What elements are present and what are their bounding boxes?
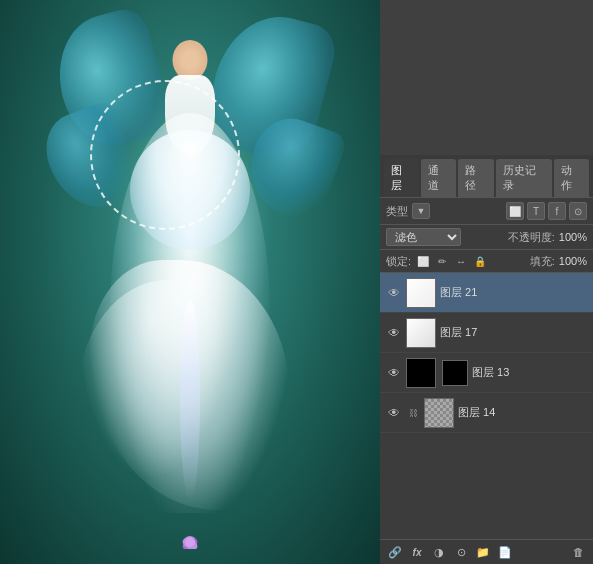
flower: [170, 514, 210, 549]
filter-icons: ⬜ T f ⊙: [506, 202, 587, 220]
light-beam: [180, 300, 200, 500]
layer-thumb-17: [406, 318, 436, 348]
blend-mode-row: 滤色 不透明度: 100%: [380, 225, 593, 250]
dropdown-arrow: ▼: [417, 206, 426, 216]
lock-icon-paint[interactable]: ✏: [434, 253, 450, 269]
canvas-content: [0, 0, 380, 564]
opacity-value: 100%: [559, 231, 587, 243]
delete-icon[interactable]: 🗑: [569, 543, 587, 561]
filter-icon-text[interactable]: T: [527, 202, 545, 220]
layer-thumb-13: [406, 358, 436, 388]
svg-point-5: [185, 537, 195, 547]
layer-thumb-21: [406, 278, 436, 308]
eye-icon-13[interactable]: 👁: [386, 365, 402, 381]
layer-row-13[interactable]: 👁 图层 13: [380, 353, 593, 393]
selection-circle: [90, 80, 240, 230]
filter-icon-smart[interactable]: ⊙: [569, 202, 587, 220]
eye-icon-14[interactable]: 👁: [386, 405, 402, 421]
chain-icon-14[interactable]: ⛓: [406, 406, 420, 420]
eye-icon-21[interactable]: 👁: [386, 285, 402, 301]
tab-paths[interactable]: 路径: [458, 159, 493, 197]
lock-icon-pixels[interactable]: ⬜: [415, 253, 431, 269]
group-icon[interactable]: 📁: [474, 543, 492, 561]
canvas-area[interactable]: [0, 0, 380, 564]
layers-list: 👁 图层 21 👁 图层 17 👁: [380, 273, 593, 539]
fill-label: 填充:: [530, 254, 555, 269]
layer-mask-thumb-13: [442, 360, 468, 386]
layer-name-17: 图层 17: [440, 325, 587, 340]
layer-row-21[interactable]: 👁 图层 21: [380, 273, 593, 313]
layer-name-14: 图层 14: [458, 405, 587, 420]
fill-value: 100%: [559, 255, 587, 267]
link-icon[interactable]: 🔗: [386, 543, 404, 561]
tab-layers[interactable]: 图层: [384, 159, 419, 197]
tab-history[interactable]: 历史记录: [496, 159, 552, 197]
filter-row: 类型 ▼ ⬜ T f ⊙: [380, 198, 593, 225]
layers-panel: 图层 通道 路径 历史记录 动作 类型 ▼ ⬜ T f ⊙: [380, 155, 593, 564]
filter-type-dropdown[interactable]: ▼: [412, 203, 430, 219]
eye-icon-17[interactable]: 👁: [386, 325, 402, 341]
lock-label: 锁定:: [386, 254, 411, 269]
layer-name-13: 图层 13: [472, 365, 587, 380]
panel-tabs: 图层 通道 路径 历史记录 动作: [380, 155, 593, 198]
lock-row: 锁定: ⬜ ✏ ↔ 🔒 填充: 100%: [380, 250, 593, 273]
mask-icon[interactable]: ◑: [430, 543, 448, 561]
opacity-label: 不透明度:: [508, 230, 555, 245]
layer-thumb-14: [424, 398, 454, 428]
lock-icons: ⬜ ✏ ↔ 🔒: [415, 253, 488, 269]
layer-name-21: 图层 21: [440, 285, 587, 300]
filter-label: 类型: [386, 204, 408, 219]
new-layer-icon[interactable]: 📄: [496, 543, 514, 561]
layer-row-14[interactable]: 👁 ⛓ 图层 14: [380, 393, 593, 433]
tab-channels[interactable]: 通道: [421, 159, 456, 197]
filter-icon-image[interactable]: ⬜: [506, 202, 524, 220]
lock-icon-position[interactable]: ↔: [453, 253, 469, 269]
tab-actions[interactable]: 动作: [554, 159, 589, 197]
adjustment-icon[interactable]: ⊙: [452, 543, 470, 561]
blend-mode-dropdown[interactable]: 滤色: [386, 228, 461, 246]
fx-icon[interactable]: fx: [408, 543, 426, 561]
right-panel: 图层 通道 路径 历史记录 动作 类型 ▼ ⬜ T f ⊙: [380, 0, 593, 564]
top-spacer: [380, 0, 593, 155]
lock-icon-all[interactable]: 🔒: [472, 253, 488, 269]
layer-row-17[interactable]: 👁 图层 17: [380, 313, 593, 353]
app-container: 图层 通道 路径 历史记录 动作 类型 ▼ ⬜ T f ⊙: [0, 0, 593, 564]
bottom-toolbar: 🔗 fx ◑ ⊙ 📁 📄 🗑: [380, 539, 593, 564]
filter-icon-shape[interactable]: f: [548, 202, 566, 220]
figure-head: [173, 40, 208, 80]
